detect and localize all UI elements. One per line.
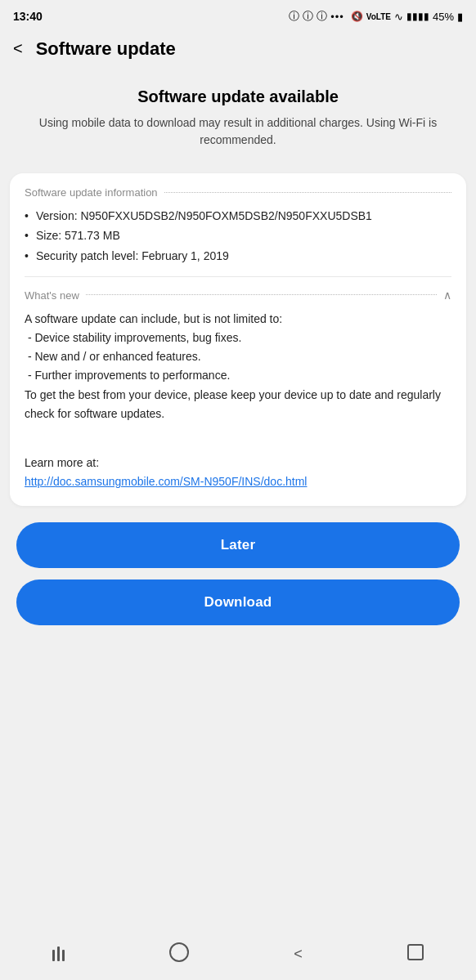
chevron-up-icon: ∧ (443, 289, 451, 302)
whats-new-label: What's new (25, 289, 79, 302)
msg-icon: ⓘ (303, 9, 313, 24)
wifi-icon: ∿ (394, 11, 403, 23)
home-icon[interactable] (169, 942, 189, 965)
back-button[interactable]: < (7, 36, 29, 61)
status-time: 13:40 (13, 10, 43, 23)
update-available-title: Software update available (25, 87, 451, 106)
update-available-subtitle: Using mobile data to download may result… (25, 114, 451, 149)
info-card: Software update information Version: N95… (10, 173, 466, 506)
status-icons: ⓘ ⓘ ⓘ ••• 🔇 VoLTE ∿ ▮▮▮▮ 45% ▮ (289, 9, 463, 24)
version-item: Version: N950FXXU5DSB2/N950FOXM5DSB2/N95… (25, 207, 451, 225)
whats-new-header: What's new ∧ (25, 289, 451, 302)
signal-icon: ▮▮▮▮ (406, 11, 429, 22)
software-info-label: Software update information (25, 186, 158, 199)
software-info-header: Software update information (25, 186, 451, 199)
back-nav-icon[interactable]: < (294, 946, 303, 963)
status-bar: 13:40 ⓘ ⓘ ⓘ ••• 🔇 VoLTE ∿ ▮▮▮▮ 45% ▮ (0, 0, 476, 29)
learn-more-link[interactable]: http://doc.samsungmobile.com/SM-N950F/IN… (25, 475, 307, 488)
mute-icon: 🔇 (351, 11, 363, 22)
software-info-list: Version: N950FXXU5DSB2/N950FOXM5DSB2/N95… (25, 207, 451, 265)
menu-square[interactable] (407, 944, 424, 960)
msg2-icon: ⓘ (317, 9, 327, 24)
buttons-section: Later Download (0, 506, 476, 638)
header: < Software update (0, 29, 476, 71)
battery-icon: ▮ (457, 11, 463, 23)
update-available-section: Software update available Using mobile d… (0, 71, 476, 173)
whats-new-content: A software update can include, but is no… (25, 310, 451, 491)
download-button[interactable]: Download (16, 579, 460, 625)
more-icon: ••• (330, 11, 344, 23)
nav-bar: < (0, 931, 476, 980)
later-button[interactable]: Later (16, 522, 460, 568)
section-divider (25, 276, 451, 277)
battery-level: 45% (433, 11, 454, 23)
network-icon: VoLTE (366, 12, 391, 21)
security-item: Security patch level: February 1, 2019 (25, 247, 451, 265)
dots-divider (164, 192, 451, 193)
size-item: Size: 571.73 MB (25, 226, 451, 244)
dots-divider-2 (86, 294, 437, 295)
home-circle[interactable] (169, 942, 189, 962)
recent-apps-icon[interactable] (52, 946, 65, 961)
menu-icon[interactable] (407, 944, 424, 964)
page-title: Software update (36, 38, 176, 60)
learn-more-label: Learn more at: (25, 454, 451, 472)
whats-new-text: A software update can include, but is no… (25, 312, 441, 419)
camera-icon: ⓘ (289, 9, 299, 24)
main-content: Software update available Using mobile d… (0, 71, 476, 931)
